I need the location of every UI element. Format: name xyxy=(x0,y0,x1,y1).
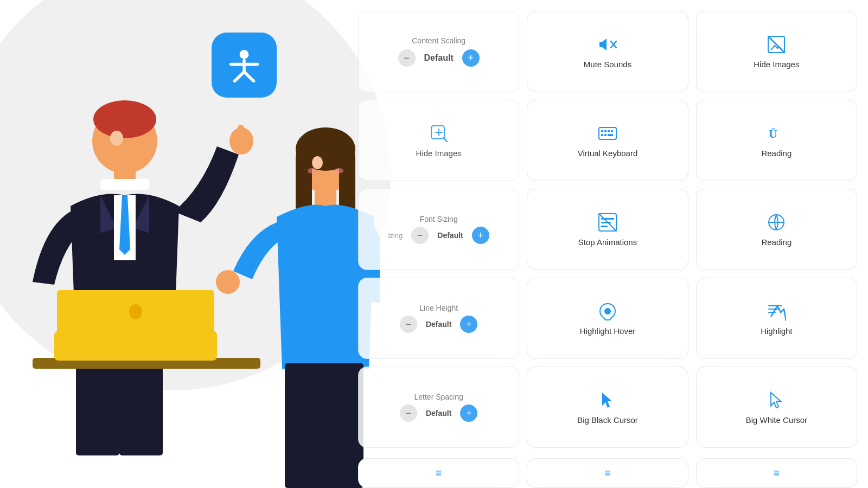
magnifier-icon xyxy=(429,124,449,143)
reading2-label: Reading xyxy=(761,237,792,247)
big-black-cursor-card[interactable]: Big Black Cursor xyxy=(527,367,688,448)
bottom-icon-2: ≡ xyxy=(604,467,611,479)
bottom-card-2[interactable]: ≡ xyxy=(527,458,688,488)
svg-line-4 xyxy=(244,72,254,81)
svg-point-7 xyxy=(110,131,123,146)
virtual-keyboard-card[interactable]: Virtual Keyboard xyxy=(527,100,688,181)
keyboard-icon xyxy=(598,124,617,143)
highlight-label: Highlight xyxy=(761,326,792,336)
bottom-card-1[interactable]: ≡ xyxy=(358,458,519,488)
accessibility-icon-badge[interactable] xyxy=(212,33,277,98)
font-sizing-sublabel: izing xyxy=(388,232,403,240)
magnifier-label: Hide Images xyxy=(416,149,462,158)
highlight-hover-card[interactable]: Highlight Hover xyxy=(527,278,688,359)
svg-point-23 xyxy=(312,156,323,169)
svg-rect-37 xyxy=(599,127,616,139)
line-height-minus[interactable]: − xyxy=(400,316,417,333)
cursor-white-icon xyxy=(767,390,786,410)
mute-sounds-card[interactable]: Mute Sounds xyxy=(527,11,688,92)
bottom-icon-1: ≡ xyxy=(436,467,442,479)
content-scaling-value: Default xyxy=(424,53,454,63)
reading2-card[interactable]: Reading xyxy=(696,189,857,270)
svg-rect-43 xyxy=(604,134,607,136)
content-scaling-plus[interactable]: + xyxy=(462,49,480,67)
options-grid: Content Scaling − Default + Mute Sounds … xyxy=(347,0,868,488)
svg-rect-39 xyxy=(604,130,607,132)
svg-point-18 xyxy=(129,304,142,319)
svg-rect-42 xyxy=(601,134,603,136)
svg-point-6 xyxy=(93,100,156,138)
letter-spacing-stepper: − Default + xyxy=(400,404,477,422)
font-sizing-value: Default xyxy=(437,231,463,240)
letter-spacing-plus[interactable]: + xyxy=(460,404,477,422)
line-height-value: Default xyxy=(426,320,451,329)
big-white-cursor-card[interactable]: Big White Cursor xyxy=(696,367,857,448)
letter-spacing-value: Default xyxy=(426,409,451,418)
svg-point-53 xyxy=(604,308,611,314)
reading-guide-card[interactable]: Ū Reading xyxy=(696,100,857,181)
reading-label: Reading xyxy=(761,149,792,158)
reading-icon: Ū xyxy=(767,124,786,143)
svg-point-0 xyxy=(240,50,249,59)
svg-rect-38 xyxy=(601,130,603,132)
highlight-hover-label: Highlight Hover xyxy=(580,326,636,336)
hide-images-card[interactable]: Hide Images xyxy=(696,11,857,92)
font-sizing-card[interactable]: Font Sizing izing − Default + xyxy=(358,189,519,270)
svg-rect-49 xyxy=(601,222,611,223)
svg-line-32 xyxy=(768,36,784,53)
mute-sounds-label: Mute Sounds xyxy=(584,60,631,69)
svg-point-27 xyxy=(216,270,240,294)
svg-rect-12 xyxy=(238,125,244,141)
highlight-hover-icon xyxy=(598,301,617,321)
cursor-black-icon xyxy=(598,390,617,410)
hide-images-label: Hide Images xyxy=(754,60,799,69)
reading2-icon xyxy=(767,213,786,232)
svg-point-25 xyxy=(335,168,343,174)
highlight-icon xyxy=(767,301,786,321)
big-white-cursor-label: Big White Cursor xyxy=(746,415,807,425)
svg-rect-41 xyxy=(611,130,613,132)
bottom-card-3[interactable]: ≡ xyxy=(696,458,857,488)
line-height-title: Line Height xyxy=(419,304,458,312)
bottom-icon-3: ≡ xyxy=(773,467,780,479)
letter-spacing-minus[interactable]: − xyxy=(400,404,417,422)
content-scaling-minus[interactable]: − xyxy=(398,49,416,67)
line-height-card[interactable]: Line Height − Default + xyxy=(358,278,519,359)
svg-point-24 xyxy=(308,168,316,174)
content-scaling-stepper: − Default + xyxy=(398,49,480,67)
svg-line-36 xyxy=(443,138,447,142)
stop-anim-icon xyxy=(598,213,617,232)
people-illustration xyxy=(0,54,380,488)
svg-rect-44 xyxy=(608,134,613,136)
stop-animations-card[interactable]: Stop Animations xyxy=(527,189,688,270)
letter-spacing-card[interactable]: Letter Spacing − Default + xyxy=(358,367,519,448)
line-height-stepper: − Default + xyxy=(400,316,477,333)
svg-rect-50 xyxy=(601,226,608,227)
font-sizing-stepper: izing − Default + xyxy=(388,227,489,244)
svg-rect-16 xyxy=(54,331,217,361)
big-black-cursor-label: Big Black Cursor xyxy=(577,415,638,425)
svg-rect-40 xyxy=(608,130,610,132)
font-sizing-title: Font Sizing xyxy=(420,215,458,223)
letter-spacing-title: Letter Spacing xyxy=(414,393,463,401)
mute-icon xyxy=(598,35,617,54)
highlight-card[interactable]: Highlight xyxy=(696,278,857,359)
font-sizing-plus[interactable]: + xyxy=(472,227,489,244)
font-sizing-minus[interactable]: − xyxy=(411,227,429,244)
svg-line-3 xyxy=(235,72,245,81)
svg-rect-9 xyxy=(100,179,149,190)
stop-animations-label: Stop Animations xyxy=(578,237,637,247)
magnifier-card[interactable]: Hide Images xyxy=(358,100,519,181)
virtual-keyboard-label: Virtual Keyboard xyxy=(578,149,638,158)
content-scaling-title: Content Scaling xyxy=(412,36,465,45)
svg-rect-48 xyxy=(601,218,614,220)
hide-images-icon xyxy=(767,35,786,54)
line-height-plus[interactable]: + xyxy=(460,316,477,333)
content-scaling-card[interactable]: Content Scaling − Default + xyxy=(358,11,519,92)
svg-text:Ū: Ū xyxy=(769,127,777,140)
